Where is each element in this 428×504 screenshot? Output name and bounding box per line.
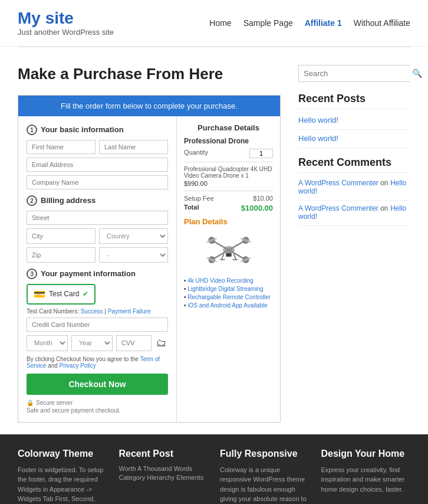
feature-4: iOS and Android App Available (184, 302, 273, 309)
total-amount: $1000.00 (241, 204, 273, 212)
footer-col-4: Design Your Home Express your creativity… (321, 449, 411, 504)
footer-col2-title: Recent Post (119, 449, 209, 459)
name-row (27, 140, 168, 154)
content-area: Make a Purchase From Here Fill the order… (18, 65, 281, 423)
commenter-2-link[interactable]: A WordPress Commenter (298, 204, 378, 212)
card-icon: 💳 (34, 289, 45, 300)
search-input[interactable] (299, 66, 407, 81)
cvv-input[interactable] (116, 335, 152, 351)
purchase-form-wrapper: Fill the order form below to complete yo… (18, 95, 281, 423)
feature-2: Lightbridge Digital Streaming (184, 286, 273, 292)
privacy-link[interactable]: Privacy Policy (60, 362, 96, 369)
product-price: $990.00 (184, 180, 273, 187)
zip-row: - (27, 247, 168, 263)
post-link-2[interactable]: Hello world! (298, 134, 338, 143)
footer-col-1: Colorway Theme Footer is widgetized. To … (18, 449, 107, 504)
form-body: 1 Your basic information (18, 116, 280, 422)
search-button[interactable]: 🔍 (407, 66, 427, 81)
drone-svg (199, 230, 258, 271)
sidebar-post-1: Hello world! (298, 115, 410, 125)
feature-3-link[interactable]: Rechargable Remote Controller (187, 294, 271, 300)
footer-col3-text: Colorway is a unique responsive WordPres… (220, 465, 310, 504)
month-select[interactable]: Month (27, 335, 68, 351)
section1-title: 1 Your basic information (27, 125, 168, 135)
first-name-input[interactable] (27, 140, 96, 154)
nav-affiliate1[interactable]: Affiliate 1 (305, 18, 342, 28)
cvv-icon: 🗂 (155, 335, 168, 351)
site-branding: My site Just another WordPress site (18, 9, 114, 37)
footer-col1-text: Footer is widgetized. To setup the foote… (18, 465, 107, 504)
feature-1-link[interactable]: 4k UHD Video Recording (187, 277, 253, 284)
section2-num: 2 (27, 195, 37, 206)
comment-2: A WordPress Commenter on Hello world! (298, 204, 410, 221)
email-row (27, 158, 168, 172)
purchase-details-title: Purchase Details (184, 123, 273, 132)
site-header: My site Just another WordPress site Home… (0, 0, 428, 47)
footer: Colorway Theme Footer is widgetized. To … (0, 434, 428, 504)
sidebar-post-2: Hello world! (298, 133, 410, 143)
checkout-agree: By clicking Checkout Now you agree to th… (27, 356, 168, 369)
test-card-button[interactable]: 💳 Test Card ✔ (27, 284, 96, 305)
setup-fee-row: Setup Fee $10.00 (184, 195, 273, 202)
street-row (27, 211, 168, 225)
post-link-1[interactable]: Hello world! (298, 116, 338, 125)
last-name-input[interactable] (99, 140, 168, 154)
year-select[interactable]: Year (71, 335, 113, 351)
cc-number-input[interactable] (27, 318, 168, 332)
feature-2-link[interactable]: Lightbridge Digital Streaming (187, 286, 263, 292)
form-right: Purchase Details Professional Drone Quan… (177, 116, 280, 422)
footer-post-link-1[interactable]: Worth A Thousand Words (119, 465, 209, 472)
email-input[interactable] (27, 158, 168, 172)
secure-server: 🔒 Secure server (27, 400, 168, 406)
plan-features: 4k UHD Video Recording Lightbridge Digit… (184, 277, 273, 309)
commenter-1-link[interactable]: A WordPress Commenter (298, 179, 378, 187)
footer-col4-title: Design Your Home (321, 449, 411, 459)
product-desc: Professional Quadcopter 4K UHD Video Cam… (184, 166, 273, 179)
total-row: Total $1000.00 (184, 204, 273, 212)
comment-1: A WordPress Commenter on Hello world! (298, 179, 410, 195)
footer-col-2: Recent Post Worth A Thousand Words Categ… (119, 449, 209, 504)
footer-col4-text: Express your creativity, find inspiratio… (321, 465, 411, 495)
plan-details-title: Plan Details (184, 217, 273, 226)
recent-comments-title: Recent Comments (298, 156, 410, 173)
feature-1: 4k UHD Video Recording (184, 277, 273, 284)
product-name: Professional Drone (184, 137, 273, 145)
success-link[interactable]: Success (81, 308, 103, 315)
checkout-button[interactable]: Checkout Now (27, 374, 168, 395)
company-input[interactable] (27, 175, 168, 189)
expiry-row: Month Year 🗂 (27, 335, 168, 351)
feature-4-link[interactable]: iOS and Android App Available (187, 302, 267, 309)
main-nav: Home Sample Page Affiliate 1 Without Aff… (209, 18, 410, 28)
section2-title: 2 Billing address (27, 195, 168, 206)
site-title: My site (18, 9, 114, 28)
quantity-input[interactable] (249, 149, 273, 158)
test-card-info: Test Card Numbers: Success | Payment Fai… (27, 308, 168, 315)
section1-num: 1 (27, 125, 37, 135)
street-input[interactable] (27, 211, 168, 225)
footer-col-3: Fully Responsive Colorway is a unique re… (220, 449, 310, 504)
sidebar: 🔍 Recent Posts Hello world! Hello world!… (298, 65, 410, 423)
lock-icon: 🔒 (27, 400, 34, 406)
footer-grid: Colorway Theme Footer is widgetized. To … (18, 449, 410, 504)
nav-without-affiliate[interactable]: Without Affiliate (354, 18, 410, 28)
safe-text: Safe and secure payment checkout. (27, 407, 168, 414)
main-content: Make a Purchase From Here Fill the order… (0, 47, 428, 434)
drone-image (184, 230, 273, 273)
card-label: Test Card (49, 290, 79, 298)
nav-home[interactable]: Home (209, 18, 231, 28)
country-select[interactable]: Country (99, 228, 168, 244)
quantity-row: Quantity (184, 149, 273, 158)
form-header: Fill the order form below to complete yo… (18, 96, 280, 116)
failure-link[interactable]: Payment Failure (108, 308, 151, 315)
section3-title: 3 Your payment information (27, 269, 168, 279)
search-box: 🔍 (298, 65, 410, 82)
svg-point-14 (227, 253, 230, 256)
footer-post-link-2[interactable]: Category Hierarchy Elements (119, 474, 209, 481)
city-input[interactable] (27, 228, 96, 244)
state-select[interactable]: - (99, 247, 168, 263)
site-tagline: Just another WordPress site (18, 28, 114, 37)
city-country-row: Country (27, 228, 168, 244)
zip-input[interactable] (27, 247, 96, 263)
recent-posts-title: Recent Posts (298, 93, 410, 109)
nav-sample-page[interactable]: Sample Page (243, 18, 293, 28)
